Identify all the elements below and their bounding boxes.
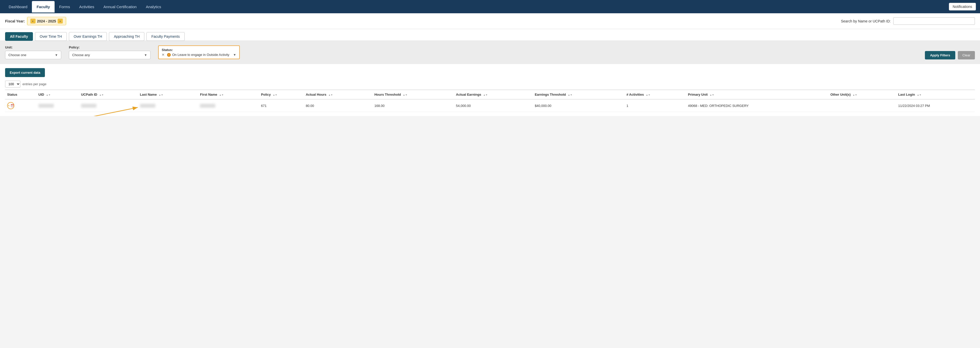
col-last-login: Last Login ▲▼ [896,90,975,99]
status-filter-inner: ✕ On Leave to engage in Outside Activity… [162,53,236,57]
row-actual-earnings: 54,000.00 [454,99,533,112]
data-table: Status UID ▲▼ UCPath ID ▲▼ Last Name ▲▼ [5,89,975,112]
row-status-cell: ☀ ⏰ [5,99,37,112]
col-activities: # Activities ▲▼ [624,90,686,99]
actual-hours-sort-icon[interactable]: ▲▼ [328,94,333,96]
table-wrapper: Status UID ▲▼ UCPath ID ▲▼ Last Name ▲▼ [5,89,975,112]
notifications-button[interactable]: Notifications [949,3,976,11]
search-area: Search by Name or UCPath ID: [841,17,975,25]
activities-sort-icon[interactable]: ▲▼ [646,94,651,96]
lastname-sort-icon[interactable]: ▲▼ [159,94,163,96]
tab-all-faculty[interactable]: All Faculty [5,32,33,41]
tab-approaching-th[interactable]: Approaching TH [109,32,144,41]
fiscal-year-label: Fiscal Year: [5,19,25,23]
export-button[interactable]: Export current data [5,68,45,77]
row-status-icon: ☀ ⏰ [7,102,14,109]
per-page-row: 100 10 25 50 entries per page [5,81,975,87]
col-last-name: Last Name ▲▼ [138,90,198,99]
navbar: Dashboard Faculty Forms Activities Annua… [0,0,980,13]
status-filter-box: Status: ✕ On Leave to engage in Outside … [158,45,240,59]
policy-label: Policy: [69,45,151,49]
status-label: Status: [162,48,173,52]
filter-section: Unit: Choose one ▼ Policy: Choose any ▼ … [0,41,980,64]
clock-icon: ⏰ [10,104,14,107]
nav-annual-certification[interactable]: Annual Certification [99,1,141,13]
unit-select-value: Choose one [8,53,26,57]
unit-label: Unit: [5,45,61,49]
col-actual-hours: Actual Hours ▲▼ [304,90,372,99]
col-actual-earnings: Actual Earnings ▲▼ [454,90,533,99]
clear-filters-button[interactable]: Clear [958,51,975,59]
entries-per-page-label: entries per page [22,82,46,86]
per-page-select[interactable]: 100 10 25 50 [5,81,21,87]
fiscal-year-prev[interactable]: ‹ [30,19,35,24]
remove-status-tag[interactable]: ✕ [162,53,164,57]
policy-select[interactable]: Choose any ▼ [69,51,151,59]
nav-activities[interactable]: Activities [75,1,99,13]
search-input[interactable] [893,17,975,25]
firstname-sort-icon[interactable]: ▲▼ [219,94,224,96]
row-last-login: 11/22/2024 03:27 PM [896,99,975,112]
row-hours-threshold: 168.00 [372,99,454,112]
fiscal-year-section: Fiscal Year: ‹ 2024 - 2025 › [5,17,66,25]
status-filter-group: Status: ✕ On Leave to engage in Outside … [158,45,240,59]
nav-forms[interactable]: Forms [54,1,75,13]
status-dot-icon [167,53,171,57]
col-ucpath-id: UCPath ID ▲▼ [79,90,138,99]
apply-filters-button[interactable]: Apply Filters [925,51,955,59]
tab-over-time-th[interactable]: Over Time TH [35,32,67,41]
row-primary-unit: 49068 - MED: ORTHOPEDIC SURGERY [686,99,828,112]
col-status: Status [5,90,37,99]
row-policy: 671 [259,99,304,112]
search-label: Search by Name or UCPath ID: [841,19,891,23]
unit-chevron-icon: ▼ [55,53,58,57]
uid-sort-icon[interactable]: ▲▼ [46,94,51,96]
tab-over-earnings-th[interactable]: Over Earnings TH [69,32,107,41]
row-activities: 1 [624,99,686,112]
col-primary-unit: Primary Unit ▲▼ [686,90,828,99]
policy-sort-icon[interactable]: ▲▼ [273,94,277,96]
earnings-threshold-sort-icon[interactable]: ▲▼ [568,94,573,96]
filter-actions: Apply Filters Clear [925,45,975,59]
fiscal-year-next[interactable]: › [58,19,63,24]
policy-chevron-icon: ▼ [144,53,147,57]
actual-earnings-sort-icon[interactable]: ▲▼ [483,94,488,96]
nav-dashboard[interactable]: Dashboard [4,1,32,13]
col-policy: Policy ▲▼ [259,90,304,99]
row-actual-hours: 80.00 [304,99,372,112]
status-tag-label: On Leave to engage in Outside Activity [172,53,229,57]
table-header-row: Status UID ▲▼ UCPath ID ▲▼ Last Name ▲▼ [5,90,975,99]
col-uid: UID ▲▼ [37,90,79,99]
policy-filter-group: Policy: Choose any ▼ [69,45,151,59]
tabs-bar: All Faculty Over Time TH Over Earnings T… [0,29,980,41]
row-uid: █████ [37,99,79,112]
last-login-sort-icon[interactable]: ▲▼ [917,94,921,96]
nav-faculty[interactable]: Faculty [32,1,54,13]
status-chevron-icon: ▼ [233,53,236,57]
hours-threshold-sort-icon[interactable]: ▲▼ [403,94,407,96]
status-tag: ✕ On Leave to engage in Outside Activity [162,53,229,57]
table-row: ☀ ⏰ █████ ████ ███ ███ 671 80.00 168.00 … [5,99,975,112]
unit-filter-group: Unit: Choose one ▼ [5,45,61,59]
policy-select-value: Choose any [72,53,90,57]
other-units-sort-icon[interactable]: ▲▼ [853,94,857,96]
nav-analytics[interactable]: Analytics [141,1,166,13]
primary-unit-sort-icon[interactable]: ▲▼ [710,94,714,96]
content-area: Export current data 100 10 25 50 entries… [0,64,980,116]
unit-select[interactable]: Choose one ▼ [5,51,61,59]
fiscal-year-range: ‹ 2024 - 2025 › [27,17,66,25]
row-other-units [828,99,896,112]
row-last-name: ███ [138,99,198,112]
row-earnings-threshold: $40,000.00 [533,99,624,112]
col-earnings-threshold: Earnings Threshold ▲▼ [533,90,624,99]
toolbar: Fiscal Year: ‹ 2024 - 2025 › Search by N… [0,13,980,29]
tab-faculty-payments[interactable]: Faculty Payments [146,32,185,41]
col-first-name: First Name ▲▼ [198,90,259,99]
row-first-name: ███ [198,99,259,112]
row-ucpath-id: ████ [79,99,138,112]
sun-icon: ☀ [7,104,10,107]
col-hours-threshold: Hours Threshold ▲▼ [372,90,454,99]
fiscal-year-value: 2024 - 2025 [37,19,56,23]
col-other-units: Other Unit(s) ▲▼ [828,90,896,99]
ucpath-sort-icon[interactable]: ▲▼ [99,94,104,96]
